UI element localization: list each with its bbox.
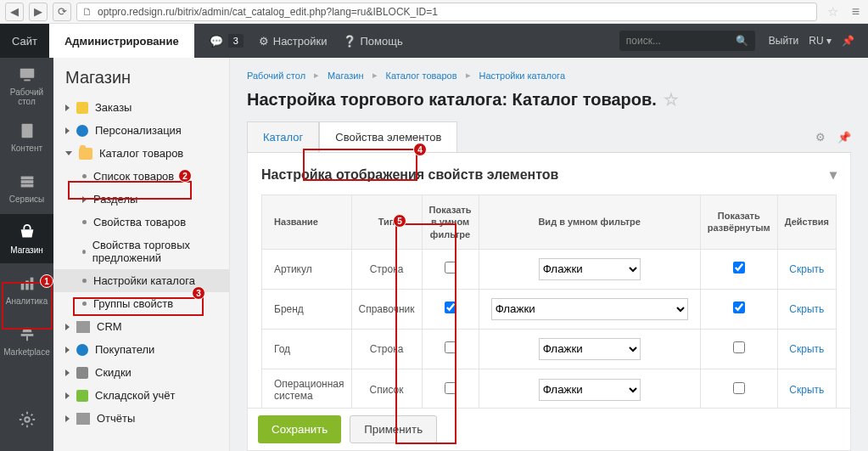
svg-point-10 — [25, 417, 30, 422]
url-text: optpro.redsign.ru/bitrix/admin/cat_catal… — [98, 6, 438, 18]
tree-crm[interactable]: CRM — [53, 315, 229, 338]
rail-content[interactable]: Контент — [0, 112, 53, 161]
th-view-filter: Вид в умном фильтре — [479, 195, 700, 250]
tab-catalog[interactable]: Каталог — [247, 121, 319, 152]
help-link[interactable]: ❔ Помощь — [343, 35, 403, 48]
tree-offers-props[interactable]: Свойства торговых предложений — [53, 234, 229, 269]
notifications[interactable]: 💬 3 — [210, 34, 244, 48]
svg-rect-6 — [20, 284, 24, 290]
svg-rect-1 — [24, 80, 30, 82]
back-button[interactable]: ◀ — [5, 3, 24, 21]
side-title: Магазин — [53, 68, 229, 96]
table-row: АртикулСтрокаФлажкиСкрыть — [262, 249, 837, 289]
tree-sections[interactable]: Разделы — [53, 188, 229, 211]
crumb[interactable]: Рабочий стол — [247, 70, 305, 81]
gear-icon: ⚙ — [259, 35, 269, 48]
show-expanded-checkbox[interactable] — [733, 382, 745, 394]
rail-services[interactable]: Сервисы — [0, 163, 53, 212]
lang-selector[interactable]: RU ▾ — [809, 35, 832, 47]
tab-site[interactable]: Сайт — [0, 24, 49, 58]
cell-type: Строка — [351, 329, 422, 369]
filter-view-select[interactable]: Флажки — [539, 258, 641, 280]
search-input[interactable]: поиск... 🔍 — [619, 31, 755, 51]
hide-action-link[interactable]: Скрыть — [789, 303, 824, 315]
collapse-icon[interactable]: ▾ — [830, 166, 837, 183]
table-row: Операционная системаСписокФлажкиСкрыть — [262, 369, 837, 410]
filter-view-select[interactable]: Флажки — [539, 338, 641, 360]
filter-view-select[interactable]: Флажки — [539, 379, 641, 401]
tab-element-properties[interactable]: Свойства элементов — [319, 121, 457, 152]
tree-warehouse[interactable]: Складской учёт — [53, 384, 229, 407]
svg-rect-7 — [25, 280, 29, 290]
exit-link[interactable]: Выйти — [769, 35, 799, 47]
search-icon: 🔍 — [736, 35, 748, 47]
notif-count: 3 — [228, 34, 244, 48]
save-button[interactable]: Сохранить — [258, 415, 341, 443]
cell-name: Год — [262, 329, 352, 369]
crumb[interactable]: Магазин — [328, 70, 363, 81]
browser-bar: ◀ ▶ ⟳ 🗋 optpro.redsign.ru/bitrix/admin/c… — [0, 0, 868, 24]
tree-catalog[interactable]: Каталог товаров — [53, 142, 229, 165]
hide-action-link[interactable]: Скрыть — [789, 343, 824, 355]
breadcrumb: Рабочий стол▸ Магазин▸ Каталог товаров▸ … — [247, 70, 851, 81]
tree-discounts[interactable]: Скидки — [53, 361, 229, 384]
crumb[interactable]: Настройки каталога — [479, 70, 566, 81]
show-expanded-checkbox[interactable] — [733, 262, 745, 273]
annotation-5: 5 — [393, 214, 406, 228]
svg-rect-4 — [20, 180, 33, 183]
svg-rect-8 — [30, 277, 33, 290]
tree-goods-props[interactable]: Свойства товаров — [53, 211, 229, 234]
svg-rect-0 — [20, 69, 34, 78]
annotation-4: 4 — [413, 143, 427, 156]
svg-rect-5 — [20, 183, 33, 187]
show-in-filter-checkbox[interactable] — [445, 302, 456, 313]
show-expanded-checkbox[interactable] — [733, 341, 745, 353]
side-panel: Магазин Заказы Персонализация Каталог то… — [53, 58, 230, 451]
tree-personalization[interactable]: Персонализация — [53, 119, 229, 142]
cell-type: Справочник — [351, 289, 422, 329]
rail-shop[interactable]: Магазин — [0, 214, 53, 263]
hide-action-link[interactable]: Скрыть — [789, 384, 824, 396]
cell-type: Строка — [351, 249, 422, 289]
rail-settings-icon[interactable] — [0, 395, 53, 444]
hide-action-link[interactable]: Скрыть — [789, 263, 824, 275]
forward-button[interactable]: ▶ — [29, 3, 48, 21]
svg-rect-2 — [21, 123, 32, 138]
svg-rect-3 — [20, 176, 33, 179]
show-in-filter-checkbox[interactable] — [445, 341, 456, 353]
rail-analytics[interactable]: Аналитика — [0, 265, 53, 314]
cell-name: Бренд — [262, 289, 352, 329]
settings-link[interactable]: ⚙ Настройки — [259, 35, 328, 48]
show-in-filter-checkbox[interactable] — [445, 382, 456, 394]
pin-icon[interactable]: 📌 — [842, 35, 854, 47]
browser-menu-icon[interactable]: ≡ — [848, 4, 863, 20]
rail-desktop[interactable]: Рабочий стол — [0, 61, 53, 110]
speech-icon: 💬 — [210, 35, 223, 48]
top-bar: Сайт Администрирование 💬 3 ⚙ Настройки ❔… — [0, 24, 868, 58]
svg-rect-9 — [20, 334, 33, 336]
favorite-star-icon[interactable]: ☆ — [822, 4, 843, 20]
tree-reports[interactable]: Отчёты — [53, 407, 229, 430]
crumb[interactable]: Каталог товаров — [386, 70, 457, 81]
tree-orders[interactable]: Заказы — [53, 96, 229, 119]
show-in-filter-checkbox[interactable] — [445, 262, 456, 273]
show-expanded-checkbox[interactable] — [733, 302, 745, 313]
tab-admin[interactable]: Администрирование — [49, 24, 194, 58]
th-type: Тип — [351, 195, 422, 250]
reload-button[interactable]: ⟳ — [53, 3, 71, 21]
cell-type: Список — [351, 369, 422, 410]
properties-card: Настройка отображения свойств элементов … — [247, 153, 851, 451]
annotation-2: 2 — [178, 169, 192, 183]
tree-goods-list[interactable]: Список товаров — [53, 165, 229, 188]
tree-buyers[interactable]: Покупатели — [53, 338, 229, 361]
filter-view-select[interactable]: Флажки — [491, 298, 688, 320]
tab-row: Каталог Свойства элементов ⚙ 📌 — [247, 121, 851, 153]
gear-icon[interactable]: ⚙ — [815, 131, 826, 144]
card-title: Настройка отображения свойств элементов — [261, 167, 558, 183]
url-bar[interactable]: 🗋 optpro.redsign.ru/bitrix/admin/cat_cat… — [76, 3, 817, 21]
apply-button[interactable]: Применить — [350, 415, 437, 443]
pin-icon[interactable]: 📌 — [837, 131, 851, 144]
rail-marketplace[interactable]: Marketplace — [0, 316, 53, 365]
favorite-icon[interactable]: ☆ — [664, 89, 679, 110]
th-show-filter: Показать в умном фильтре — [422, 195, 479, 250]
